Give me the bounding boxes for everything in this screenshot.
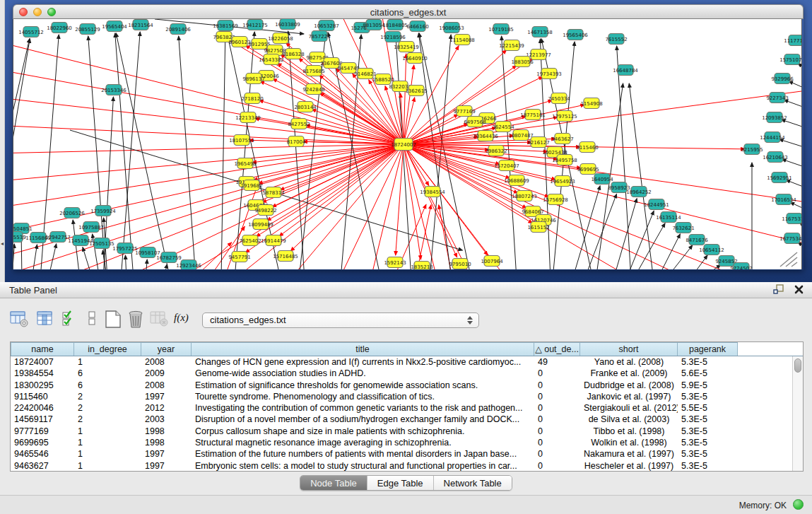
table-cell[interactable]: 1	[74, 448, 141, 460]
table-cell[interactable]: Corpus callosum shape and size in male p…	[192, 426, 534, 437]
table-cell[interactable]: 1997	[141, 391, 192, 402]
table-cell[interactable]: Investigating the contribution of common…	[192, 402, 534, 414]
table-cell[interactable]: 18300295	[11, 380, 74, 391]
table-cell[interactable]: Tibbo et al. (1998)	[580, 426, 678, 437]
create-column-button[interactable]	[105, 310, 122, 331]
window-titlebar[interactable]: citations_edges.txt	[13, 4, 804, 19]
table-row[interactable]: 977716911998Corpus callosum shape and si…	[11, 426, 792, 437]
column-header-title[interactable]: title	[192, 342, 534, 356]
table-cell[interactable]: 1997	[141, 460, 192, 471]
table-cell[interactable]: 1	[74, 437, 141, 448]
table-cell[interactable]: 0	[534, 426, 580, 437]
column-header-in_degree[interactable]: in_degree	[74, 342, 141, 356]
table-cell[interactable]: Yano et al. (2008)	[580, 356, 678, 368]
table-cell[interactable]: 2003	[141, 414, 192, 425]
function-builder-button[interactable]: f(x)	[174, 312, 189, 324]
table-cell[interactable]: 5.3E-5	[678, 426, 738, 437]
table-row[interactable]: 946554611997Estimation of the future num…	[11, 448, 792, 460]
table-cell[interactable]: 5.3E-5	[678, 414, 738, 425]
table-cell[interactable]: 9463627	[11, 460, 74, 471]
table-cell[interactable]: 0	[534, 368, 580, 379]
scrollbar-thumb[interactable]	[794, 358, 801, 373]
table-cell[interactable]: 49	[534, 356, 580, 368]
table-cell[interactable]: Nakamura et al. (1997)	[580, 448, 678, 460]
table-cell[interactable]: 2	[74, 414, 141, 425]
column-header-pagerank[interactable]: pagerank	[678, 342, 738, 356]
panel-collapse-arrow-icon[interactable]: ◂	[1, 240, 4, 247]
table-cell[interactable]: 0	[534, 448, 580, 460]
table-cell[interactable]: 0	[534, 460, 580, 471]
table-cell[interactable]: Tourette syndrome. Phenomenology and cla…	[192, 391, 534, 402]
select-columns-button[interactable]	[37, 310, 54, 330]
table-cell[interactable]: Genome-wide association studies in ADHD.	[192, 368, 534, 379]
select-all-rows-button[interactable]	[62, 310, 78, 330]
table-cell[interactable]: 5.3E-5	[678, 391, 738, 402]
table-cell[interactable]: 9777169	[11, 426, 74, 437]
table-cell[interactable]: 5.3E-5	[678, 356, 738, 368]
table-cell[interactable]: 9115460	[11, 391, 74, 402]
table-cell[interactable]: 0	[534, 402, 580, 414]
table-cell[interactable]: 5.3E-5	[678, 437, 738, 448]
table-cell[interactable]: 19384554	[11, 368, 74, 379]
table-cell[interactable]: Franke et al. (2009)	[580, 368, 678, 379]
table-cell[interactable]: 5.3E-5	[678, 460, 738, 471]
table-cell[interactable]: 2012	[141, 402, 192, 414]
column-header-short[interactable]: short	[580, 342, 678, 356]
table-cell[interactable]: 1998	[141, 426, 192, 437]
table-cell[interactable]: 0	[534, 437, 580, 448]
table-cell[interactable]: de Silva et al. (2003)	[580, 414, 678, 425]
column-header-out_de[interactable]: △ out_de...	[534, 342, 580, 356]
table-cell[interactable]: Estimation of significance thresholds fo…	[192, 380, 534, 391]
table-cell[interactable]: 6	[74, 380, 141, 391]
column-header-name[interactable]: name	[11, 342, 74, 356]
table-cell[interactable]: 5.9E-5	[678, 380, 738, 391]
close-panel-icon[interactable]	[794, 285, 804, 294]
table-cell[interactable]: 2008	[141, 356, 192, 368]
table-row[interactable]: 1938455462009Genome-wide association stu…	[11, 368, 792, 379]
float-panel-icon[interactable]	[773, 284, 784, 295]
table-row[interactable]: 1872400712008Changes of HCN gene express…	[11, 356, 792, 368]
table-selector-dropdown[interactable]: citations_edges.txt	[202, 313, 479, 328]
network-canvas[interactable]: 1405571218022960208551291956540418231564…	[13, 19, 802, 269]
table-cell[interactable]: 1	[74, 460, 141, 471]
table-cell[interactable]: Stergiakouli et al. (2012)	[580, 402, 678, 414]
table-row[interactable]: 1830029562008Estimation of significance …	[11, 380, 792, 391]
table-cell[interactable]: 9465546	[11, 448, 74, 460]
table-row[interactable]: 946362711997Embryonic stem cells: a mode…	[11, 460, 792, 471]
table-cell[interactable]: 9699695	[11, 437, 74, 448]
table-cell[interactable]: 1	[74, 426, 141, 437]
table-cell[interactable]: 0	[534, 391, 580, 402]
table-cell[interactable]: Disruption of a novel member of a sodium…	[192, 414, 534, 425]
table-cell[interactable]: 1997	[141, 448, 192, 460]
table-cell[interactable]: 1	[74, 356, 141, 368]
table-cell[interactable]: Changes of HCN gene expression and I(f) …	[192, 356, 534, 368]
table-cell[interactable]: 0	[534, 380, 580, 391]
table-cell[interactable]: Dudbridge et al. (2008)	[580, 380, 678, 391]
table-cell[interactable]: 2008	[141, 380, 192, 391]
table-cell[interactable]: Estimation of the future numbers of pati…	[192, 448, 534, 460]
tab-edge-table[interactable]: Edge Table	[367, 476, 434, 490]
table-cell[interactable]: 22420046	[11, 402, 74, 414]
deselect-rows-button[interactable]	[88, 310, 98, 330]
table-row[interactable]: 969969511998Structural magnetic resonanc…	[11, 437, 792, 448]
table-cell[interactable]: Jankovic et al. (1997)	[580, 391, 678, 402]
table-row[interactable]: 911546021997Tourette syndrome. Phenomeno…	[11, 391, 792, 402]
tab-network-table[interactable]: Network Table	[434, 476, 512, 490]
table-cell[interactable]: 5.6E-5	[678, 368, 738, 379]
table-cell[interactable]: 5.3E-5	[678, 448, 738, 460]
table-cell[interactable]: 5.5E-5	[678, 402, 738, 414]
table-mode-button[interactable]	[10, 310, 29, 330]
table-cell[interactable]: 2009	[141, 368, 192, 379]
table-cell[interactable]: 18724007	[11, 356, 74, 368]
vertical-scrollbar[interactable]	[792, 356, 803, 471]
delete-column-button[interactable]	[127, 310, 146, 331]
column-header-year[interactable]: year	[141, 342, 192, 356]
window-resize-grip[interactable]	[777, 251, 799, 268]
table-cell[interactable]: 1998	[141, 437, 192, 448]
table-cell[interactable]: Structural magnetic resonance image aver…	[192, 437, 534, 448]
table-cell[interactable]: Wolkin et al. (1998)	[580, 437, 678, 448]
memory-ok-indicator[interactable]	[793, 499, 804, 510]
table-cell[interactable]: 6	[74, 368, 141, 379]
table-cell[interactable]: 0	[534, 414, 580, 425]
delete-table-button-disabled[interactable]	[150, 310, 169, 330]
